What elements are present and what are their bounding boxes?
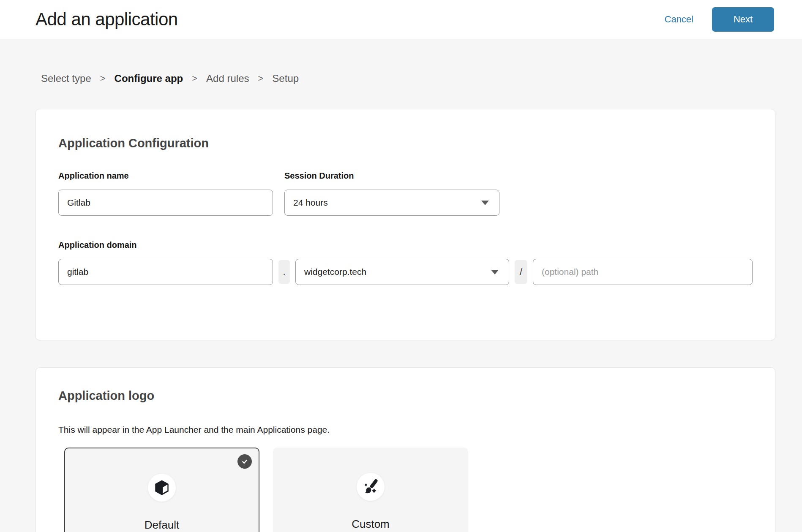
domain-select-value: widgetcorp.tech xyxy=(304,267,366,277)
logo-option-default[interactable]: Default xyxy=(64,448,259,532)
logo-option-custom[interactable]: Custom xyxy=(273,448,468,532)
session-duration-label: Session Duration xyxy=(284,171,499,181)
custom-logo-circle xyxy=(357,473,385,501)
breadcrumb-select-type[interactable]: Select type xyxy=(41,73,91,84)
next-button[interactable]: Next xyxy=(712,7,774,32)
breadcrumb-configure-app[interactable]: Configure app xyxy=(115,73,183,84)
session-duration-value: 24 hours xyxy=(293,198,328,208)
slash-separator: / xyxy=(515,260,527,284)
application-name-label: Application name xyxy=(58,171,273,181)
application-domain-label: Application domain xyxy=(58,240,753,250)
header-actions: Cancel Next xyxy=(665,7,774,32)
default-logo-circle xyxy=(148,474,176,502)
chevron-down-icon xyxy=(481,201,489,205)
application-domain-group: Application domain . widgetcorp.tech / xyxy=(58,240,753,285)
breadcrumb: Select type > Configure app > Add rules … xyxy=(41,73,299,84)
application-name-group: Application name xyxy=(58,171,273,216)
logo-options: Default Custom xyxy=(64,448,753,532)
dot-separator: . xyxy=(278,260,290,284)
application-name-input[interactable] xyxy=(58,190,273,216)
logo-option-label: Custom xyxy=(352,518,390,531)
session-duration-select[interactable]: 24 hours xyxy=(284,190,499,216)
cube-icon xyxy=(153,479,171,497)
application-domain-row: . widgetcorp.tech / xyxy=(58,259,753,285)
chevron-down-icon xyxy=(491,270,499,274)
session-duration-group: Session Duration 24 hours xyxy=(284,171,499,216)
breadcrumb-separator: > xyxy=(258,73,264,84)
application-logo-card: Application logo This will appear in the… xyxy=(35,367,775,532)
subdomain-input[interactable] xyxy=(58,259,273,285)
page-title: Add an application xyxy=(35,9,178,30)
application-logo-title: Application logo xyxy=(58,388,753,403)
breadcrumb-setup[interactable]: Setup xyxy=(272,73,299,84)
breadcrumb-add-rules[interactable]: Add rules xyxy=(206,73,249,84)
application-configuration-title: Application Configuration xyxy=(58,136,753,151)
selected-check-badge xyxy=(237,454,252,469)
application-configuration-card: Application Configuration Application na… xyxy=(35,109,775,340)
logo-option-label: Default xyxy=(145,518,179,532)
name-duration-row: Application name Session Duration 24 hou… xyxy=(58,171,753,216)
application-logo-description: This will appear in the App Launcher and… xyxy=(58,424,753,435)
check-icon xyxy=(240,457,249,466)
cancel-button[interactable]: Cancel xyxy=(665,14,693,25)
breadcrumb-separator: > xyxy=(100,73,106,84)
paintbrush-icon xyxy=(361,478,380,496)
page-header: Add an application Cancel Next xyxy=(0,0,802,39)
path-input[interactable] xyxy=(533,259,753,285)
domain-select[interactable]: widgetcorp.tech xyxy=(295,259,509,285)
breadcrumb-separator: > xyxy=(192,73,197,84)
